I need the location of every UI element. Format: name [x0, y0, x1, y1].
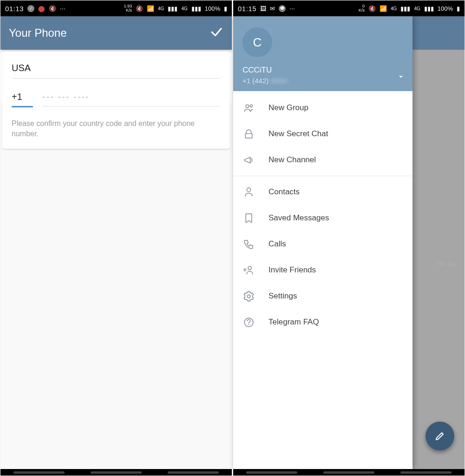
- hint-text: Please confirm your country code and ent…: [12, 119, 221, 139]
- nav-recents[interactable]: [246, 471, 297, 474]
- lock-icon: [242, 128, 255, 140]
- android-nav-bar: [233, 469, 465, 476]
- nav-back[interactable]: [168, 471, 219, 474]
- app-bar: Your Phone: [0, 16, 232, 50]
- signal-icon-1: ▮▮▮: [400, 5, 410, 12]
- nav-back[interactable]: [400, 471, 452, 474]
- status-mute-icon: 🔇: [49, 5, 56, 12]
- menu-item-new-channel[interactable]: New Channel: [233, 147, 413, 173]
- signal-icon-1: ▮▮▮: [168, 5, 177, 12]
- status-chat-icon: 💬: [279, 5, 286, 12]
- chevron-down-icon[interactable]: [398, 73, 404, 82]
- status-record-icon: ⬤: [38, 5, 45, 12]
- phone-icon: [242, 238, 255, 250]
- account-name: CCCiTU: [242, 66, 403, 75]
- phone-card: USA +1 --- --- ---- Please confirm your …: [2, 52, 230, 149]
- status-app-icon: ✓: [27, 5, 34, 12]
- drawer-header[interactable]: C CCCiTU +1 (442) •••••••: [233, 16, 413, 91]
- compose-button[interactable]: [426, 422, 454, 450]
- nav-home[interactable]: [323, 471, 374, 474]
- mute-icon: 🔇: [136, 5, 143, 12]
- battery-icon: ▮: [224, 5, 227, 12]
- menu-item-invite-friends[interactable]: Invite Friends: [233, 257, 413, 283]
- menu-label: New Group: [269, 103, 308, 112]
- confirm-button[interactable]: [210, 25, 223, 41]
- status-mail-icon: ✉: [270, 5, 275, 12]
- country-code-field[interactable]: +1: [12, 92, 33, 107]
- wifi-icon: 📶: [380, 5, 387, 12]
- page-title: Your Phone: [9, 26, 210, 40]
- status-time: 01:15: [238, 5, 256, 13]
- megaphone-icon: [242, 154, 255, 166]
- menu-label: Settings: [269, 291, 297, 301]
- avatar-initial: C: [253, 35, 262, 50]
- menu-label: New Secret Chat: [269, 129, 328, 139]
- nav-drawer: C CCCiTU +1 (442) ••••••• New GroupNew S…: [233, 16, 413, 469]
- net-label-1: 4G: [158, 6, 164, 11]
- drawer-menu: New GroupNew Secret ChatNew ChannelConta…: [233, 91, 413, 335]
- avatar: C: [242, 27, 272, 57]
- help-icon: [242, 316, 255, 328]
- account-phone: +1 (442) •••••••: [242, 77, 403, 85]
- status-bar: 01:15 🖼 ✉ 💬 ··· 0K/s 🔇 📶 4G ▮▮▮ 4G ▮▮▮ 1…: [233, 0, 465, 16]
- net-label-2: 4G: [414, 6, 420, 11]
- invite-icon: [242, 264, 255, 276]
- menu-label: Contacts: [269, 187, 300, 197]
- signal-icon-2: ▮▮▮: [424, 5, 434, 12]
- nav-recents[interactable]: [13, 471, 65, 474]
- status-bar: 01:13 ✓ ⬤ 🔇 ··· 1.93K/s 🔇 📶 4G ▮▮▮ 4G ▮▮…: [0, 0, 232, 16]
- battery-percent: 100%: [205, 5, 220, 12]
- menu-item-new-group[interactable]: New Group: [233, 95, 413, 121]
- menu-label: Telegram FAQ: [269, 317, 319, 327]
- battery-percent: 100%: [438, 5, 453, 12]
- android-nav-bar: [0, 469, 232, 476]
- status-time: 01:13: [5, 5, 24, 13]
- menu-item-calls[interactable]: Calls: [233, 231, 413, 257]
- net-label-1: 4G: [391, 6, 397, 11]
- phone-number-field[interactable]: --- --- ----: [42, 92, 221, 106]
- status-more: ···: [60, 5, 65, 12]
- person-icon: [242, 186, 255, 198]
- mute-icon: 🔇: [368, 5, 376, 12]
- group-icon: [242, 102, 255, 114]
- menu-label: New Channel: [269, 155, 316, 165]
- menu-item-new-secret-chat[interactable]: New Secret Chat: [233, 121, 413, 147]
- menu-item-telegram-faq[interactable]: Telegram FAQ: [233, 309, 413, 335]
- menu-label: Saved Messages: [269, 213, 329, 223]
- status-more: ···: [289, 5, 295, 12]
- menu-label: Invite Friends: [269, 265, 316, 275]
- background: [0, 103, 232, 469]
- menu-item-settings[interactable]: Settings: [233, 283, 413, 309]
- menu-item-contacts[interactable]: Contacts: [233, 179, 413, 205]
- menu-item-saved-messages[interactable]: Saved Messages: [233, 205, 413, 231]
- status-speed: 0K/s: [359, 4, 365, 13]
- screen-login: 01:13 ✓ ⬤ 🔇 ··· 1.93K/s 🔇 📶 4G ▮▮▮ 4G ▮▮…: [0, 0, 232, 476]
- screen-drawer: 01:15 🖼 ✉ 💬 ··· 0K/s 🔇 📶 4G ▮▮▮ 4G ▮▮▮ 1…: [233, 0, 465, 476]
- bookmark-icon: [242, 212, 255, 224]
- wifi-icon: 📶: [147, 5, 154, 12]
- gear-icon: [242, 290, 255, 302]
- battery-icon: ▮: [457, 5, 460, 12]
- net-label-2: 4G: [181, 6, 187, 11]
- background-fragment: on in: [437, 259, 454, 268]
- status-image-icon: 🖼: [260, 5, 266, 12]
- country-field[interactable]: USA: [12, 63, 221, 79]
- status-speed: 1.93K/s: [124, 4, 132, 13]
- menu-divider: [233, 176, 413, 176]
- signal-icon-2: ▮▮▮: [191, 5, 201, 12]
- menu-label: Calls: [269, 239, 286, 249]
- nav-home[interactable]: [91, 471, 142, 474]
